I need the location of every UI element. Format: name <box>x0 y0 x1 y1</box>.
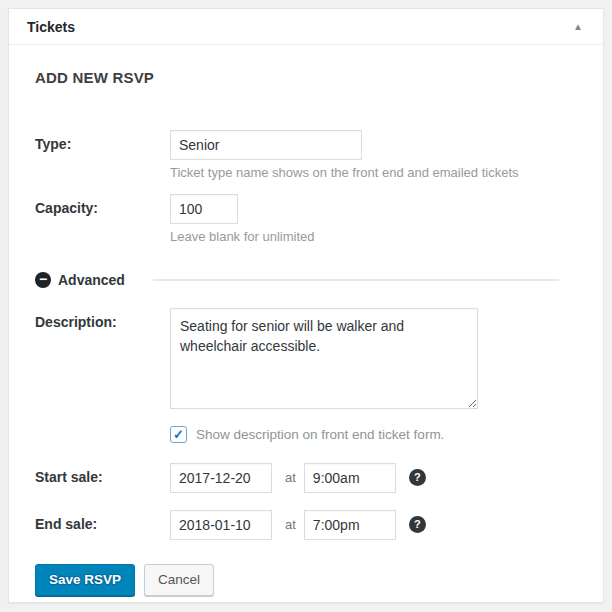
start-sale-at-label: at <box>285 470 296 485</box>
collapse-minus-icon: − <box>35 272 51 288</box>
description-textarea[interactable]: Seating for senior will be walker and wh… <box>170 308 478 409</box>
type-row: Type: Ticket type name shows on the fron… <box>35 130 577 182</box>
advanced-label: Advanced <box>58 272 125 288</box>
capacity-row: Capacity: Leave blank for unlimited <box>35 194 577 246</box>
capacity-input[interactable] <box>170 194 238 224</box>
end-sale-at-label: at <box>285 517 296 532</box>
tickets-metabox-header[interactable]: Tickets ▲ <box>9 9 603 45</box>
start-sale-help-icon[interactable]: ? <box>409 469 426 486</box>
start-sale-label: Start sale: <box>35 463 170 485</box>
collapse-arrow-icon: ▲ <box>573 21 583 32</box>
cancel-button[interactable]: Cancel <box>144 564 214 596</box>
type-input[interactable] <box>170 130 362 160</box>
metabox-content: ADD NEW RSVP Type: Ticket type name show… <box>9 45 603 612</box>
start-sale-time-input[interactable] <box>304 463 396 493</box>
save-rsvp-button[interactable]: Save RSVP <box>35 564 135 596</box>
advanced-toggle[interactable]: − Advanced <box>35 272 125 288</box>
end-sale-label: End sale: <box>35 510 170 532</box>
advanced-section-row: − Advanced <box>35 272 577 288</box>
description-label: Description: <box>35 308 170 330</box>
collapse-panel-button[interactable]: ▲ <box>569 18 587 36</box>
show-description-option: ✓ Show description on front end ticket f… <box>170 426 577 443</box>
end-sale-time-input[interactable] <box>304 510 396 540</box>
metabox-title: Tickets <box>27 19 75 35</box>
tickets-metabox: Tickets ▲ ADD NEW RSVP Type: Ticket type… <box>8 8 604 603</box>
add-new-rsvp-heading: ADD NEW RSVP <box>35 69 577 86</box>
show-description-checkbox[interactable]: ✓ <box>170 426 187 443</box>
end-sale-row: End sale: at ? <box>35 510 577 540</box>
start-sale-date-input[interactable] <box>170 463 272 493</box>
end-sale-date-input[interactable] <box>170 510 272 540</box>
description-row: Description: Seating for senior will be … <box>35 308 577 443</box>
form-actions: Save RSVP Cancel <box>35 564 577 596</box>
start-sale-row: Start sale: at ? <box>35 463 577 493</box>
show-description-checkbox-label[interactable]: Show description on front end ticket for… <box>196 427 444 442</box>
end-sale-help-icon[interactable]: ? <box>409 516 426 533</box>
type-helper-text: Ticket type name shows on the front end … <box>170 165 577 182</box>
type-label: Type: <box>35 130 170 152</box>
capacity-label: Capacity: <box>35 194 170 216</box>
advanced-divider <box>153 279 559 281</box>
admin-page-background: Tickets ▲ ADD NEW RSVP Type: Ticket type… <box>0 0 612 612</box>
capacity-helper-text: Leave blank for unlimited <box>170 229 577 246</box>
